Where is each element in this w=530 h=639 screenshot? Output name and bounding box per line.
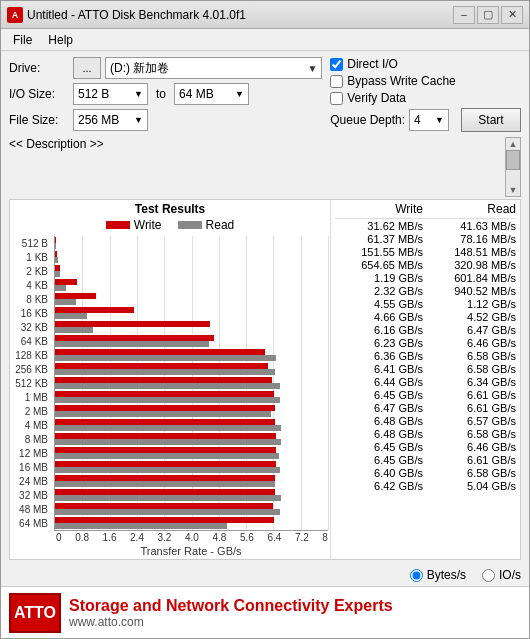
result-row: 6.36 GB/s6.58 GB/s [335, 350, 516, 363]
result-row: 6.48 GB/s6.58 GB/s [335, 428, 516, 441]
read-bar [55, 341, 209, 347]
bytes-label: Bytes/s [427, 568, 466, 582]
read-bar [55, 509, 280, 515]
write-value: 4.66 GB/s [335, 311, 423, 324]
result-row: 6.45 GB/s6.46 GB/s [335, 441, 516, 454]
bar-row [55, 362, 328, 376]
io-radio[interactable] [482, 569, 495, 582]
scroll-thumb[interactable] [506, 150, 520, 170]
write-legend-color [106, 221, 130, 229]
drive-combo[interactable]: (D:) 新加卷 ▼ [105, 57, 322, 79]
bar-label: 64 KB [12, 335, 51, 349]
io-size-to-label: to [156, 87, 166, 101]
drive-value: (D:) 新加卷 [110, 60, 169, 77]
title-bar: A Untitled - ATTO Disk Benchmark 4.01.0f… [1, 1, 529, 29]
result-row: 151.55 MB/s148.51 MB/s [335, 246, 516, 259]
scroll-down-icon[interactable]: ▼ [509, 184, 518, 196]
file-size-combo[interactable]: 256 MB ▼ [73, 109, 148, 131]
bar-row [55, 488, 328, 502]
io-size-to-combo[interactable]: 64 MB ▼ [174, 83, 249, 105]
read-legend-color [178, 221, 202, 229]
bar-row [55, 376, 328, 390]
verify-data-row: Verify Data [330, 91, 521, 105]
bar-row [55, 390, 328, 404]
bar-row [55, 502, 328, 516]
bar-label: 24 MB [12, 475, 51, 489]
bar-label: 16 KB [12, 307, 51, 321]
io-size-to-value: 64 MB [179, 87, 214, 101]
drive-browse-button[interactable]: ... [73, 57, 101, 79]
atto-logo: ATTO [9, 593, 61, 633]
file-size-arrow-icon: ▼ [134, 115, 143, 125]
bar-row [55, 474, 328, 488]
read-bar [55, 495, 281, 501]
write-value: 6.45 GB/s [335, 389, 423, 402]
direct-io-checkbox[interactable] [330, 58, 343, 71]
bar-row [55, 516, 328, 530]
bar-label: 16 MB [12, 461, 51, 475]
menu-bar: File Help [1, 29, 529, 51]
x-tick: 2.4 [130, 532, 144, 543]
result-row: 31.62 MB/s41.63 MB/s [335, 220, 516, 233]
bypass-write-cache-row: Bypass Write Cache [330, 74, 521, 88]
read-bar [55, 439, 281, 445]
close-button[interactable]: ✕ [501, 6, 523, 24]
result-row: 4.66 GB/s4.52 GB/s [335, 311, 516, 324]
bar-row [55, 418, 328, 432]
read-legend-label: Read [206, 218, 235, 232]
bar-row [55, 278, 328, 292]
results-header: Write Read [335, 202, 516, 219]
read-value: 78.16 MB/s [428, 233, 516, 246]
read-value: 6.58 GB/s [428, 350, 516, 363]
x-tick: 6.4 [267, 532, 281, 543]
write-value: 6.36 GB/s [335, 350, 423, 363]
menu-help[interactable]: Help [40, 31, 81, 49]
queue-depth-combo[interactable]: 4 ▼ [409, 109, 449, 131]
read-value: 6.47 GB/s [428, 324, 516, 337]
result-row: 6.45 GB/s6.61 GB/s [335, 454, 516, 467]
result-row: 61.37 MB/s78.16 MB/s [335, 233, 516, 246]
drive-dropdown-icon: ▼ [307, 63, 317, 74]
write-value: 61.37 MB/s [335, 233, 423, 246]
write-value: 1.19 GB/s [335, 272, 423, 285]
result-row: 654.65 MB/s320.98 MB/s [335, 259, 516, 272]
read-bar [55, 299, 76, 305]
bar-label: 64 MB [12, 517, 51, 531]
file-size-label: File Size: [9, 113, 69, 127]
bytes-radio[interactable] [410, 569, 423, 582]
direct-io-label: Direct I/O [347, 57, 398, 71]
write-value: 151.55 MB/s [335, 246, 423, 259]
read-bar [55, 453, 279, 459]
results-rows: 31.62 MB/s41.63 MB/s61.37 MB/s78.16 MB/s… [335, 220, 516, 493]
io-size-from-combo[interactable]: 512 B ▼ [73, 83, 148, 105]
write-value: 2.32 GB/s [335, 285, 423, 298]
bar-row [55, 404, 328, 418]
description-scrollbar[interactable]: ▲ ▼ [505, 137, 521, 197]
result-row: 6.45 GB/s6.61 GB/s [335, 389, 516, 402]
maximize-button[interactable]: ▢ [477, 6, 499, 24]
read-bar [55, 523, 227, 529]
bar-label: 4 MB [12, 419, 51, 433]
result-row: 2.32 GB/s940.52 MB/s [335, 285, 516, 298]
minimize-button[interactable]: − [453, 6, 475, 24]
bypass-write-cache-checkbox[interactable] [330, 75, 343, 88]
start-button[interactable]: Start [461, 108, 521, 132]
bottom-options: Bytes/s IO/s [1, 564, 529, 586]
read-value: 5.04 GB/s [428, 480, 516, 493]
right-controls: Direct I/O Bypass Write Cache Verify Dat… [330, 57, 521, 135]
bar-label: 1 MB [12, 391, 51, 405]
description-toggle[interactable]: << Description >> [9, 137, 104, 151]
read-bar [55, 411, 271, 417]
scroll-up-icon[interactable]: ▲ [509, 138, 518, 150]
write-value: 6.40 GB/s [335, 467, 423, 480]
menu-file[interactable]: File [5, 31, 40, 49]
bar-label: 2 KB [12, 265, 51, 279]
bar-row [55, 250, 328, 264]
bar-row [55, 334, 328, 348]
read-bar [55, 257, 58, 263]
x-tick: 0.8 [75, 532, 89, 543]
read-bar [55, 243, 56, 249]
write-value: 6.42 GB/s [335, 480, 423, 493]
io-size-to-arrow-icon: ▼ [235, 89, 244, 99]
verify-data-checkbox[interactable] [330, 92, 343, 105]
